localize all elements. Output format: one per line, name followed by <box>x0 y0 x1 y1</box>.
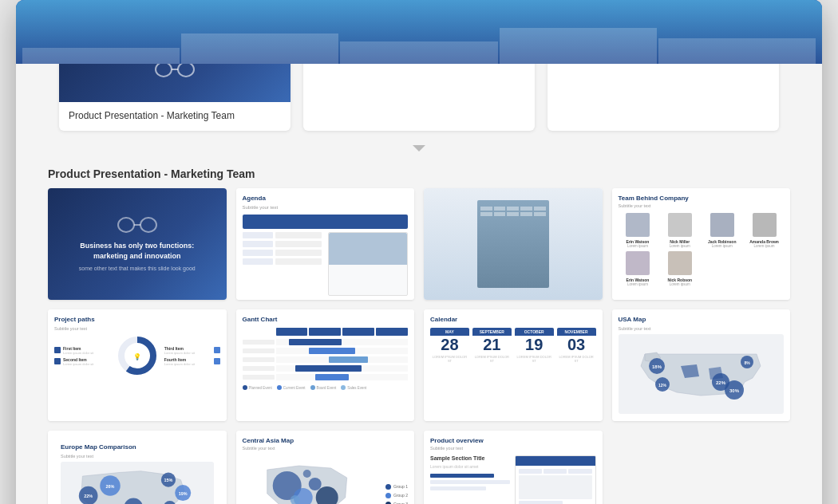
slide-card-gantt[interactable]: Gantt Chart <box>236 309 415 421</box>
product-subtitle: Subtitle your text <box>430 446 596 451</box>
gantt-legend: Planned Event Current Event Board Event <box>243 385 409 390</box>
product-title: Product overview <box>430 437 596 444</box>
avatar-5 <box>626 251 650 275</box>
path-text-1: First Item Lorem ipsum dolor sit <box>63 346 110 355</box>
cal-month-3: OCTOBER 19 LOREM IPSUM DOLOR ST <box>515 328 554 363</box>
agenda-bar <box>243 215 409 229</box>
section-title: Product Presentation - Marketing Team <box>48 167 255 180</box>
path-dot-1 <box>54 347 61 353</box>
usa-map-subtitle: Subtitle your text <box>619 326 785 331</box>
arrow-indicator <box>16 139 822 158</box>
slide-preview-hero: Business has only two functions: marketi… <box>48 188 227 300</box>
svg-rect-0 <box>156 62 172 77</box>
donut-container: 💡 <box>113 336 161 376</box>
slide-card-agenda[interactable]: Agenda Subtitle your text <box>236 188 415 300</box>
hero-sub: some other text that makes this slide lo… <box>79 266 196 271</box>
eu-map-svg: 15% 19% 13% 22% 26% 25% <box>61 462 214 504</box>
cal-month-4: NOVEMBER 03 LOREM IPSUM DOLOR ST <box>557 328 596 363</box>
member-role-5: Lorem ipsum <box>627 282 648 286</box>
agenda-subtitle: Subtitle your text <box>243 205 409 210</box>
slide-card-product[interactable]: Product overview Subtitle your text Samp… <box>424 431 603 504</box>
paths-title: Project paths <box>54 316 220 323</box>
slide-card-usa-map[interactable]: USA Map Subtitle your text 18% <box>612 309 791 421</box>
svg-text:12%: 12% <box>658 383 667 388</box>
slide-preview-eu-map: Europe Map Comparison Subtitle your text… <box>48 431 227 504</box>
svg-text:22%: 22% <box>84 494 93 498</box>
member-role-1: Lorem ipsum <box>627 244 648 248</box>
team-title: Team Behind Company <box>619 195 785 202</box>
team-member-2: Nick Miller Lorem ipsum <box>660 213 699 248</box>
gantt-row-2 <box>243 348 409 354</box>
svg-text:15%: 15% <box>164 478 172 482</box>
eu-map-subtitle: Subtitle your text <box>61 454 214 459</box>
svg-rect-4 <box>140 218 156 232</box>
path-text-2: Second Item Lorem ipsum dolor sit <box>63 357 110 366</box>
slide-card-calendar[interactable]: Calendar MAY 28 LOREM IPSUM DOLOR ST SEP… <box>424 309 603 421</box>
path-item-2: Second Item Lorem ipsum dolor sit <box>54 357 110 366</box>
asia-map-subtitle: Subtitle your text <box>243 446 409 451</box>
team-member-5: Erin Watson Lorem ipsum <box>619 251 658 286</box>
team-member-4: Amanda Brown Lorem ipsum <box>745 213 784 248</box>
avatar-4 <box>753 213 777 237</box>
eu-map-content: Europe Map Comparison Subtitle your text… <box>54 437 220 504</box>
svg-rect-3 <box>118 218 134 232</box>
slide-card-paths[interactable]: Project paths Subtitle your text First I… <box>48 309 227 421</box>
svg-text:💡: 💡 <box>133 352 141 360</box>
team-subtitle: Subtitle your text <box>619 203 785 208</box>
paths-subtitle: Subtitle your text <box>54 326 220 331</box>
path-dot-2 <box>54 358 61 364</box>
product-wireframe <box>515 455 596 504</box>
slide-preview-usa-map: USA Map Subtitle your text 18% <box>612 309 791 421</box>
slide-card-building[interactable] <box>424 188 603 300</box>
section-header: Product Presentation - Marketing Team <box>16 158 822 188</box>
path-item-1: First Item Lorem ipsum dolor sit <box>54 346 110 355</box>
svg-point-35 <box>308 478 321 490</box>
slide-preview-building <box>424 188 603 300</box>
product-section-title: Sample Section Title <box>430 455 510 461</box>
gantt-row-5 <box>243 374 409 380</box>
team-member-3: Jack Robinson Lorem ipsum <box>702 213 741 248</box>
svg-text:22%: 22% <box>716 380 726 385</box>
avatar-2 <box>668 213 692 237</box>
svg-text:26%: 26% <box>106 484 115 489</box>
path-item-4: Fourth Item Lorem ipsum dolor sit <box>164 357 220 366</box>
main-content: Product Presentation - Marketing Team Sa… <box>16 22 822 504</box>
member-role-3: Lorem ipsum <box>712 244 733 248</box>
usa-map-placeholder: 18% 8% 22% 12% 30% <box>619 334 785 414</box>
path-text-3: Third Item Lorem ipsum dolor sit <box>164 346 211 355</box>
app-window: Product Presentation - Marketing Team Sa… <box>16 0 822 504</box>
path-dot-3 <box>214 347 220 353</box>
path-dot-4 <box>214 358 220 364</box>
product-content: Sample Section Title Lorem ipsum dolor s… <box>430 455 596 504</box>
arrow-down-icon <box>413 145 425 152</box>
agenda-title: Agenda <box>243 195 409 202</box>
svg-point-38 <box>302 470 310 478</box>
path-item-3: Third Item Lorem ipsum dolor sit <box>164 346 220 355</box>
avatar-3 <box>710 213 734 237</box>
slide-card-eu-map[interactable]: Europe Map Comparison Subtitle your text… <box>48 431 227 504</box>
gantt-header <box>243 328 409 336</box>
hero-text: Business has only two functions: marketi… <box>73 241 201 261</box>
slide-preview-paths: Project paths Subtitle your text First I… <box>48 309 227 421</box>
cal-month-1: MAY 28 LOREM IPSUM DOLOR ST <box>430 328 469 363</box>
slide-grid: Business has only two functions: marketi… <box>16 188 822 504</box>
slide-card-team[interactable]: Team Behind Company Subtitle your text E… <box>612 188 791 300</box>
slide-card-asia-map[interactable]: Central Asia Map Subtitle your text <box>236 431 415 504</box>
presentation-card-3[interactable]: August Campaign <box>547 38 779 131</box>
slide-preview-agenda: Agenda Subtitle your text <box>236 188 415 300</box>
card-title-1: Product Presentation - Marketing Team <box>59 102 291 131</box>
avatar-6 <box>668 251 692 275</box>
gantt-title: Gantt Chart <box>243 316 409 323</box>
team-member-1: Erin Watson Lorem ipsum <box>619 213 658 248</box>
path-text-4: Fourth Item Lorem ipsum dolor sit <box>164 357 211 366</box>
member-role-4: Lorem ipsum <box>754 244 775 248</box>
slide-preview-asia-map: Central Asia Map Subtitle your text <box>236 431 415 504</box>
slide-card-hero[interactable]: Business has only two functions: marketi… <box>48 188 227 300</box>
svg-rect-1 <box>178 62 194 77</box>
slide-preview-gantt: Gantt Chart <box>236 309 415 421</box>
slide-preview-team: Team Behind Company Subtitle your text E… <box>612 188 791 300</box>
member-role-2: Lorem ipsum <box>670 244 690 248</box>
eu-map-title: Europe Map Comparison <box>61 443 214 451</box>
donut-chart: 💡 <box>117 336 157 376</box>
team-member-6: Nick Robson Lorem ipsum <box>660 251 699 286</box>
